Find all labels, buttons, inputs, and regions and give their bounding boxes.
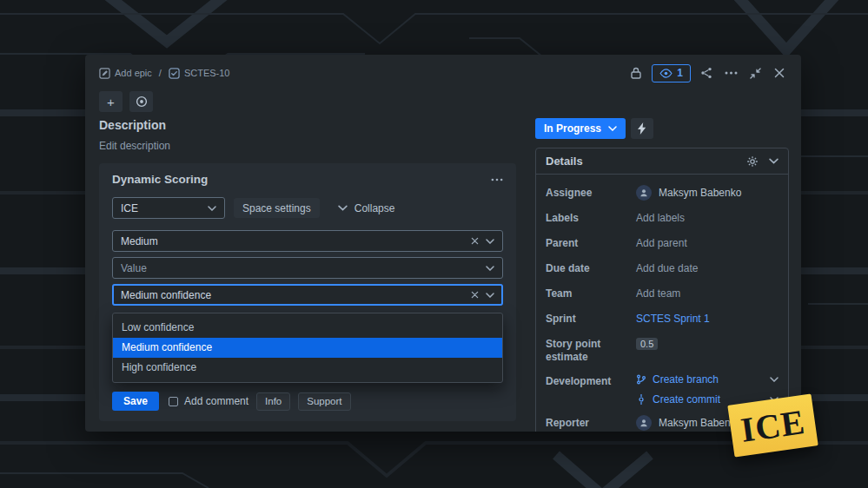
details-panel: Details Assignee (535, 148, 789, 432)
apps-button[interactable] (129, 91, 153, 112)
add-comment-checkbox[interactable] (169, 397, 178, 406)
value-select[interactable]: Value (112, 257, 503, 279)
support-button[interactable]: Support (298, 392, 350, 411)
collapse-modal-button[interactable] (744, 63, 766, 83)
field-label: Labels (546, 210, 636, 225)
save-button[interactable]: Save (112, 392, 159, 411)
story-points-badge: 0.5 (636, 338, 658, 350)
assignee-name: Maksym Babenko (659, 187, 741, 199)
issue-modal: Add epic / SCTES-10 1 (85, 55, 801, 432)
right-column: In Progress Details (535, 118, 789, 432)
field-label: Assignee (546, 185, 636, 200)
share-icon (700, 67, 712, 79)
plus-icon: + (107, 95, 115, 109)
impact-select[interactable]: Medium (112, 230, 503, 252)
field-label: Team (546, 286, 636, 300)
watch-button[interactable]: 1 (652, 64, 691, 82)
watch-count: 1 (677, 67, 683, 79)
create-branch-row[interactable]: Create branch (636, 373, 779, 386)
scoring-more-button[interactable] (491, 178, 503, 181)
chevron-down-icon[interactable] (769, 158, 779, 164)
field-row-team: Team Add team (546, 286, 779, 301)
menu-item-medium-confidence[interactable]: Medium confidence (113, 338, 502, 358)
header-actions: 1 (625, 63, 791, 83)
collapse-toggle[interactable]: Collapse (338, 202, 395, 214)
dynamic-scoring-header: Dynamic Scoring (112, 173, 503, 186)
field-row-parent: Parent Add parent (546, 235, 779, 251)
lock-button[interactable] (625, 63, 647, 83)
field-label: Story point estimate (546, 336, 636, 364)
add-button[interactable]: + (99, 91, 123, 112)
field-row-development: Development Create branch (546, 373, 779, 406)
eye-icon (659, 69, 673, 78)
menu-item-low-confidence[interactable]: Low confidence (113, 318, 502, 338)
labels-value[interactable]: Add labels (636, 210, 779, 226)
automation-button[interactable] (631, 118, 653, 139)
parent-value[interactable]: Add parent (636, 235, 779, 251)
collapse-icon (750, 68, 761, 79)
add-comment-option: Add comment (169, 395, 248, 407)
breadcrumb: Add epic / SCTES-10 (99, 68, 229, 79)
sprint-link[interactable]: SCTES Sprint 1 (636, 311, 779, 326)
branch-icon (636, 374, 646, 385)
field-label: Due date (546, 260, 636, 275)
confidence-select[interactable]: Medium confidence (112, 284, 503, 306)
lock-icon (631, 67, 641, 79)
details-title: Details (546, 155, 746, 168)
framework-select[interactable]: ICE (112, 197, 225, 219)
field-label: Reporter (546, 415, 636, 430)
field-row-sprint: Sprint SCTES Sprint 1 (546, 311, 779, 326)
framework-select-value: ICE (121, 202, 208, 214)
close-button[interactable] (768, 63, 791, 83)
dynamic-scoring-panel: Dynamic Scoring ICE Space setting (99, 163, 516, 421)
clear-icon[interactable] (471, 291, 479, 299)
chevron-down-icon[interactable] (770, 377, 779, 382)
dynamic-scoring-title: Dynamic Scoring (112, 173, 208, 186)
chevron-down-icon (486, 239, 494, 244)
add-epic-button[interactable]: Add epic (99, 68, 152, 79)
info-button[interactable]: Info (256, 392, 290, 411)
chevron-down-icon (208, 206, 216, 211)
issue-key-link[interactable]: SCTES-10 (169, 68, 230, 79)
value-select-placeholder: Value (121, 262, 486, 274)
field-row-assignee: Assignee Maksym Babenko (546, 185, 779, 201)
close-icon (774, 68, 785, 78)
more-horizontal-icon (491, 178, 503, 181)
space-settings-button[interactable]: Space settings (234, 198, 320, 218)
share-button[interactable] (695, 63, 718, 83)
status-label: In Progress (544, 122, 601, 135)
impact-select-value: Medium (121, 235, 471, 247)
due-date-value[interactable]: Add due date (636, 260, 779, 276)
chevron-down-icon (608, 126, 617, 131)
modal-content: Description Edit description Dynamic Sco… (85, 118, 801, 432)
edit-description-field[interactable]: Edit description (99, 140, 516, 152)
details-header[interactable]: Details (536, 148, 788, 175)
details-header-icons (746, 155, 779, 168)
details-settings-button[interactable] (746, 155, 759, 168)
team-value[interactable]: Add team (636, 286, 779, 301)
add-comment-label: Add comment (184, 395, 248, 407)
ice-sticker-text: ICE (739, 401, 808, 451)
description-title: Description (99, 118, 516, 132)
gear-icon (746, 155, 759, 168)
field-label: Development (546, 373, 636, 388)
commit-icon (636, 394, 646, 405)
create-commit-link: Create commit (653, 393, 720, 406)
field-label: Sprint (546, 311, 636, 326)
issue-key-label: SCTES-10 (184, 68, 230, 78)
clear-icon[interactable] (471, 237, 479, 245)
confidence-select-value: Medium confidence (121, 289, 471, 301)
menu-item-high-confidence[interactable]: High confidence (113, 358, 502, 378)
avatar (636, 185, 652, 201)
assignee-value[interactable]: Maksym Babenko (636, 185, 779, 201)
edit-icon (99, 68, 110, 79)
avatar (636, 415, 652, 431)
chevron-down-icon (338, 205, 348, 211)
task-type-icon (169, 68, 180, 79)
left-column: Description Edit description Dynamic Sco… (99, 118, 516, 432)
field-row-due-date: Due date Add due date (546, 260, 779, 276)
status-dropdown-button[interactable]: In Progress (535, 118, 626, 139)
chevron-down-icon (486, 266, 494, 271)
more-actions-button[interactable] (719, 63, 742, 83)
story-points-value[interactable]: 0.5 (636, 336, 779, 352)
